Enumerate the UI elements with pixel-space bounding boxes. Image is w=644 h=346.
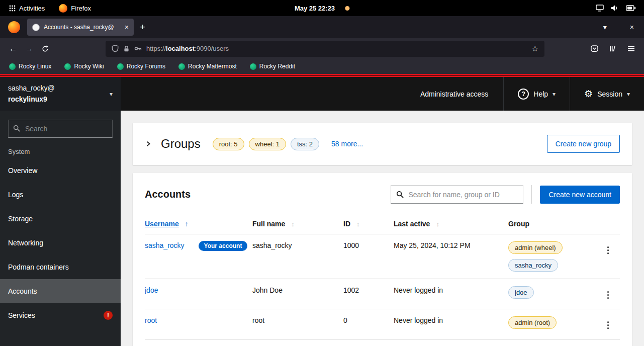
accounts-search-input[interactable]: [391, 185, 523, 204]
pocket-icon[interactable]: [591, 45, 598, 52]
row-kebab-menu-icon[interactable]: [603, 243, 613, 257]
url-text[interactable]: https://localhost:9090/users: [146, 45, 229, 52]
help-menu[interactable]: ? Help ▾: [503, 77, 570, 111]
groups-title: Groups: [161, 137, 201, 151]
host-switcher-caret-icon: ▾: [110, 91, 113, 98]
gnome-left: Activities Firefox: [0, 0, 93, 16]
masthead-username: sasha_rocky@: [8, 83, 55, 94]
create-new-group-button[interactable]: Create new group: [547, 135, 620, 153]
row-kebab-menu-icon[interactable]: [603, 288, 613, 302]
column-label[interactable]: Last active: [394, 220, 430, 228]
sidebar-item-label: Networking: [8, 239, 43, 247]
cell-full-name: student1: [252, 339, 343, 346]
back-button[interactable]: ←: [5, 41, 21, 57]
group-badge[interactable]: admin (wheel): [508, 241, 563, 254]
sidebar-item-networking[interactable]: Networking: [0, 231, 121, 255]
sidebar-item-overview[interactable]: Overview: [0, 158, 121, 183]
session-menu[interactable]: ⚙ Session ▾: [570, 77, 644, 111]
cell-actions: [596, 309, 620, 339]
cell-last-active: Never logged in: [394, 309, 508, 339]
services-alert-badge: !: [104, 311, 113, 320]
sidebar-search-input[interactable]: [8, 120, 113, 138]
new-tab-button[interactable]: +: [140, 22, 145, 33]
administrative-access-label: Administrative access: [420, 90, 488, 98]
username-link[interactable]: root: [145, 316, 157, 324]
username-link[interactable]: sasha_rocky: [145, 241, 185, 249]
system-status-area[interactable]: [596, 5, 644, 12]
group-badge-root[interactable]: root: 5: [213, 138, 244, 150]
rocky-favicon: [117, 63, 124, 70]
connection-lock-icon[interactable]: [123, 45, 130, 52]
bookmark-label: Rocky Mattermost: [188, 63, 237, 70]
sidebar-item-label: Accounts: [8, 287, 37, 295]
create-new-account-button[interactable]: Create new account: [540, 186, 620, 204]
window-close-icon[interactable]: ×: [630, 23, 634, 31]
sort-icon[interactable]: ↕: [291, 220, 295, 228]
masthead-toolbar: Administrative access ? Help ▾ ⚙ Session…: [121, 77, 644, 111]
url-path: :9090/users: [195, 45, 229, 52]
groups-expand-chevron-icon[interactable]: [145, 140, 152, 147]
sidebar-item-services[interactable]: Services !: [0, 303, 121, 327]
sidebar-item-logs[interactable]: Logs: [0, 183, 121, 207]
username-link[interactable]: jdoe: [145, 286, 158, 294]
url-bar[interactable]: https://localhost:9090/users ☆: [106, 41, 544, 57]
activities-button[interactable]: Activities: [7, 0, 47, 16]
group-badge-tss[interactable]: tss: 2: [291, 138, 319, 150]
accounts-card: Accounts Create new account: [133, 173, 632, 346]
bookmark-rocky-wiki[interactable]: Rocky Wiki: [64, 63, 104, 70]
bookmark-rocky-reddit[interactable]: Rocky Reddit: [250, 63, 295, 70]
clock-menu[interactable]: May 25 22:23: [295, 5, 349, 12]
group-badge-wheel[interactable]: wheel: 1: [249, 138, 286, 150]
toolbar-divider: [531, 185, 532, 204]
reload-button[interactable]: [37, 41, 53, 57]
sidebar-item-label: Storage: [8, 215, 33, 223]
firefox-logo-icon[interactable]: [8, 21, 20, 33]
group-badge[interactable]: jdoe: [508, 286, 534, 299]
column-header-id: ID↕: [343, 215, 394, 234]
administrative-access-button[interactable]: Administrative access: [405, 77, 503, 111]
firefox-app-icon: [59, 4, 67, 13]
sort-icon[interactable]: ↕: [356, 220, 360, 228]
sidebar-item-storage[interactable]: Storage: [0, 207, 121, 231]
group-badge[interactable]: sasha_rocky: [508, 259, 558, 272]
rocky-favicon: [9, 63, 16, 70]
group-badge[interactable]: admin (root): [508, 316, 557, 329]
rocky-favicon: [250, 63, 256, 70]
tab-strip-right: ▾ ×: [603, 23, 639, 31]
sort-ascending-icon[interactable]: ↑: [185, 220, 189, 228]
bookmark-label: Rocky Forums: [127, 63, 165, 70]
app-body: System Overview Logs Storage Networking …: [0, 111, 644, 346]
forward-button[interactable]: →: [21, 41, 37, 57]
host-switcher[interactable]: sasha_rocky@ rockylinux9 ▾: [0, 77, 121, 111]
focused-app-label: Firefox: [71, 5, 91, 12]
cell-last-active: Never logged in: [394, 339, 508, 346]
sidebar-item-label: Services: [8, 311, 35, 319]
bookmark-rocky-linux[interactable]: Rocky Linux: [9, 63, 51, 70]
list-tabs-icon[interactable]: ▾: [603, 23, 607, 31]
tracking-shield-icon[interactable]: [112, 45, 119, 52]
column-label[interactable]: ID: [343, 220, 350, 228]
menu-hamburger-icon[interactable]: [627, 45, 635, 52]
accounts-toolbar: Create new account: [391, 185, 620, 204]
groups-more-link[interactable]: 58 more...: [331, 140, 363, 148]
tab-close-icon[interactable]: ×: [125, 24, 129, 31]
sidebar-item-podman-containers[interactable]: Podman containers: [0, 255, 121, 279]
column-label[interactable]: Username: [145, 220, 179, 228]
url-scheme: https://: [146, 45, 166, 52]
sort-icon[interactable]: ↕: [436, 220, 439, 228]
tab-favicon: [32, 24, 40, 31]
focused-app-menu[interactable]: Firefox: [57, 0, 93, 16]
browser-tab[interactable]: Accounts - sasha_rocky@ ×: [27, 19, 134, 36]
library-icon[interactable]: [609, 45, 616, 52]
bookmark-rocky-mattermost[interactable]: Rocky Mattermost: [178, 63, 237, 70]
cell-full-name: John Doe: [252, 279, 343, 309]
sidebar-item-accounts[interactable]: Accounts: [0, 279, 121, 303]
bookmark-label: Rocky Wiki: [74, 63, 104, 70]
column-label[interactable]: Full name: [252, 220, 285, 228]
saved-password-key-icon[interactable]: [134, 45, 142, 52]
bookmark-star-icon[interactable]: ☆: [532, 44, 538, 53]
gnome-top-bar: Activities Firefox May 25 22:23: [0, 0, 644, 16]
bookmark-rocky-forums[interactable]: Rocky Forums: [117, 63, 165, 70]
row-kebab-menu-icon[interactable]: [603, 318, 613, 332]
accounts-title: Accounts: [145, 189, 191, 200]
